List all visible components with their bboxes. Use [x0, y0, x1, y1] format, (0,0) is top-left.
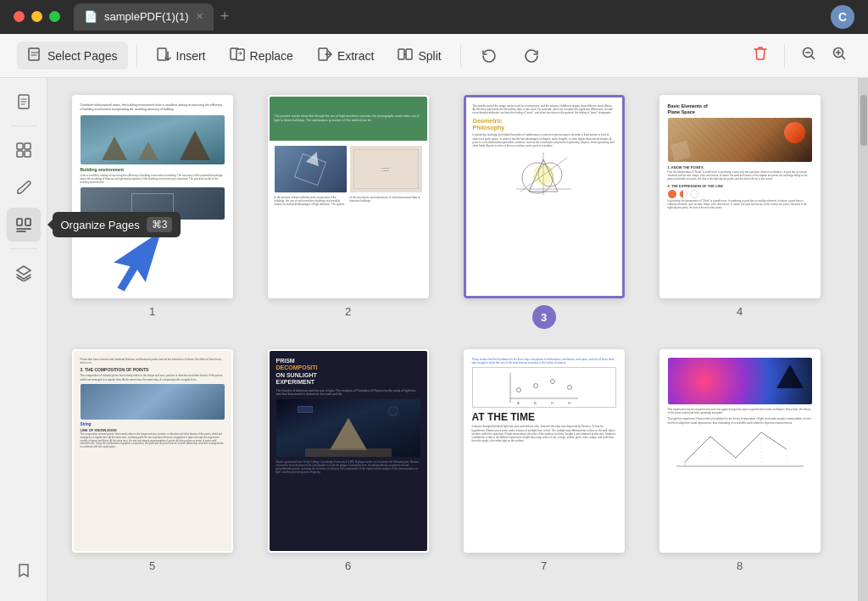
organize-icon-container[interactable]: Organize Pages ⌘3 [7, 208, 41, 242]
page-num-6: 6 [345, 559, 351, 572]
page-thumb-5[interactable]: Points also have moment and rotational f… [72, 349, 233, 553]
active-tab[interactable]: 📄 samplePDF(1)(1) ✕ [74, 3, 214, 31]
minimize-button[interactable] [31, 11, 42, 22]
page1-content: Combined with practical cases, the build… [74, 97, 231, 297]
page-num-2: 2 [345, 305, 351, 318]
page3-content: The specific part of the image can be us… [466, 97, 622, 296]
toolbar: Select Pages Insert Replace Extr [0, 34, 868, 78]
pages-grid: Combined with practical cases, the build… [64, 95, 827, 572]
organize-pages-tooltip: Organize Pages ⌘3 [53, 212, 181, 237]
rotate-left-icon [480, 47, 498, 65]
page-num-1: 1 [149, 305, 155, 318]
page-thumb-6[interactable]: PRISMDECOMPOSITION SUNLIGHTEXPERIMENT Th… [268, 349, 429, 553]
tab-title: samplePDF(1)(1) [104, 10, 189, 23]
replace-label: Replace [250, 49, 293, 63]
page-thumb-1[interactable]: Combined with practical cases, the build… [72, 95, 233, 298]
add-tab-button[interactable]: + [220, 8, 230, 25]
page-num-5: 5 [149, 559, 155, 572]
page2-content: The practice results show that through t… [270, 97, 427, 297]
page-thumb-2[interactable]: The practice results show that through t… [268, 95, 429, 298]
sidebar-organize-icon[interactable] [7, 208, 41, 242]
toolbar-right [748, 42, 851, 70]
page-thumb-3[interactable]: The specific part of the image can be us… [464, 95, 625, 298]
svg-rect-14 [17, 219, 22, 225]
svg-text:H: H [551, 401, 554, 405]
page-thumb-4[interactable]: Basic Elements ofPlane Space 1. KNOW THE… [659, 95, 821, 298]
svg-rect-0 [29, 48, 39, 60]
divider-3 [784, 44, 785, 68]
insert-button[interactable]: Insert [146, 42, 216, 70]
svg-rect-13 [25, 151, 31, 157]
sidebar-edit-icon[interactable] [7, 170, 41, 204]
page-num-badge-3: 3 [532, 305, 556, 329]
rotate-right-button[interactable] [512, 42, 551, 70]
tab-close-icon[interactable]: ✕ [196, 11, 203, 22]
page-item-6: PRISMDECOMPOSITION SUNLIGHTEXPERIMENT Th… [260, 349, 436, 572]
page-item-3: The specific part of the image can be us… [456, 95, 632, 329]
svg-rect-11 [25, 143, 31, 149]
page5-content: Points also have moment and rotational f… [74, 351, 231, 551]
page-num-4: 4 [737, 305, 743, 318]
extract-icon [317, 47, 332, 64]
sidebar-thumbnail-icon[interactable] [7, 133, 41, 167]
tooltip-shortcut: ⌘3 [147, 217, 173, 232]
rotate-left-button[interactable] [470, 42, 509, 70]
insert-icon [156, 47, 171, 64]
sidebar-divider-2 [10, 248, 37, 249]
traffic-lights [14, 11, 60, 22]
svg-rect-10 [17, 143, 23, 149]
page6-content: PRISMDECOMPOSITION SUNLIGHTEXPERIMENT Th… [270, 351, 427, 551]
page-item-8: This experiment can be repeated over and… [652, 349, 827, 572]
title-bar: 📄 samplePDF(1)(1) ✕ + C [0, 0, 868, 34]
svg-line-22 [520, 158, 567, 192]
page8-content: This experiment can be repeated over and… [661, 351, 819, 551]
page4-content: Basic Elements ofPlane Space 1. KNOW THE… [661, 97, 819, 297]
zoom-in-icon [831, 45, 848, 62]
page-item-4: Basic Elements ofPlane Space 1. KNOW THE… [652, 95, 827, 329]
page-item-7: These studies laid the foundation for th… [456, 349, 632, 572]
replace-icon [230, 47, 245, 64]
split-label: Split [418, 49, 441, 63]
extract-button[interactable]: Extract [307, 42, 385, 70]
zoom-out-icon [800, 45, 817, 62]
user-avatar[interactable]: C [831, 5, 854, 29]
replace-button[interactable]: Replace [220, 42, 303, 70]
sidebar-divider-1 [10, 125, 37, 126]
svg-point-26 [533, 384, 537, 388]
extract-label: Extract [337, 49, 375, 63]
scroll-thumb[interactable] [860, 95, 867, 146]
insert-label: Insert [176, 49, 206, 63]
scrollbar[interactable] [858, 78, 868, 601]
maximize-button[interactable] [49, 11, 60, 22]
zoom-in-button[interactable] [827, 42, 851, 70]
page-num-8: 8 [737, 559, 743, 572]
page-thumb-8[interactable]: This experiment can be repeated over and… [659, 349, 821, 553]
select-pages-button[interactable]: Select Pages [17, 42, 128, 70]
close-button[interactable] [14, 11, 25, 22]
split-button[interactable]: Split [387, 42, 451, 70]
svg-point-25 [516, 388, 520, 392]
svg-text:N: N [568, 401, 570, 405]
tab-bar: 📄 samplePDF(1)(1) ✕ + [74, 3, 831, 31]
sidebar-bookmark-icon[interactable] [7, 554, 41, 587]
svg-point-28 [567, 386, 571, 390]
svg-rect-6 [406, 49, 412, 59]
trash-icon [752, 45, 769, 62]
delete-button[interactable] [748, 42, 772, 70]
sidebar-doc-icon[interactable] [7, 85, 41, 119]
rotate-right-icon [522, 47, 541, 65]
page-thumb-7[interactable]: These studies laid the foundation for th… [464, 349, 625, 553]
page-item-2: The practice results show that through t… [260, 95, 436, 329]
divider-2 [460, 44, 461, 68]
page7-content: These studies laid the foundation for th… [465, 351, 623, 551]
sidebar-layers-icon[interactable] [7, 256, 41, 290]
zoom-out-button[interactable] [797, 42, 821, 70]
tab-doc-icon: 📄 [84, 10, 97, 23]
svg-rect-1 [158, 48, 166, 60]
svg-text:B: B [534, 401, 537, 405]
content-area[interactable]: Combined with practical cases, the build… [47, 78, 858, 601]
select-pages-icon [27, 47, 42, 64]
svg-point-27 [550, 380, 554, 384]
svg-rect-15 [25, 219, 31, 225]
page-item-5: Points also have moment and rotational f… [64, 349, 240, 572]
